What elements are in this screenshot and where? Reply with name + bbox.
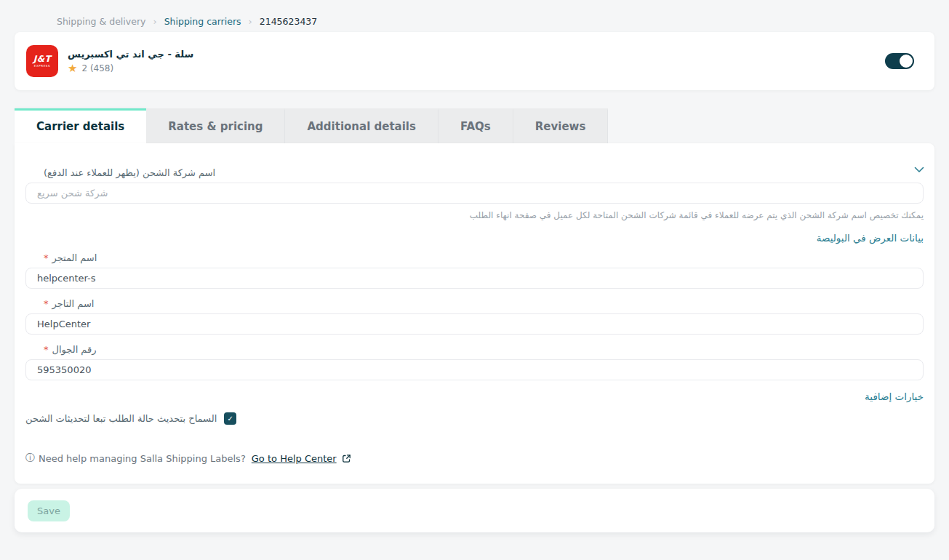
check-icon: ✓ bbox=[228, 415, 233, 423]
carrier-logo-subtext: EXPRESS bbox=[34, 65, 50, 68]
info-icon: ⓘ bbox=[25, 452, 35, 465]
carrier-details-panel: اسم شركة الشحن (يظهر للعملاء عند الدفع) … bbox=[15, 143, 934, 484]
merchant-name-input[interactable] bbox=[25, 313, 924, 335]
chevron-right-icon: › bbox=[249, 17, 252, 26]
tab-bar: Carrier details Rates & pricing Addition… bbox=[15, 108, 608, 143]
shipment-updates-checkbox[interactable]: ✓ bbox=[224, 412, 236, 425]
breadcrumb: Shipping & delivery › Shipping carriers … bbox=[15, 0, 934, 32]
chevron-right-icon: › bbox=[153, 17, 156, 26]
star-icon: ★ bbox=[68, 63, 77, 74]
shipment-updates-checkbox-label: السماح بتحديث حالة الطلب تبعا لتحديثات ا… bbox=[25, 413, 217, 424]
store-name-label: * اسم المتجر bbox=[44, 252, 924, 263]
required-asterisk: * bbox=[44, 298, 49, 309]
shipment-updates-option: السماح بتحديث حالة الطلب تبعا لتحديثات ا… bbox=[25, 412, 924, 425]
mobile-number-label: * رقم الجوال bbox=[44, 344, 924, 355]
carrier-name: سلة - جي اند تي اكسبريس bbox=[68, 49, 193, 60]
breadcrumb-carrier-id: 2145623437 bbox=[260, 16, 318, 27]
tab-faqs[interactable]: FAQs bbox=[439, 108, 513, 143]
help-footer: ⓘ Need help managing Salla Shipping Labe… bbox=[25, 452, 924, 465]
tab-additional-details[interactable]: Additional details bbox=[285, 108, 438, 143]
external-link-icon bbox=[342, 454, 351, 463]
help-footer-text: Need help managing Salla Shipping Labels… bbox=[39, 453, 246, 464]
merchant-name-label-text: اسم التاجر bbox=[52, 298, 95, 309]
tab-carrier-details[interactable]: Carrier details bbox=[15, 108, 146, 143]
store-name-input[interactable] bbox=[25, 268, 924, 289]
carrier-display-name-label: اسم شركة الشحن (يظهر للعملاء عند الدفع) bbox=[44, 143, 924, 178]
help-center-link[interactable]: Go to Help Center bbox=[252, 453, 337, 464]
action-bar: Save bbox=[15, 489, 934, 532]
mobile-number-label-text: رقم الجوال bbox=[52, 344, 97, 355]
toggle-knob bbox=[900, 55, 913, 68]
store-name-label-text: اسم المتجر bbox=[52, 252, 97, 263]
save-button[interactable]: Save bbox=[28, 500, 70, 521]
chevron-down-icon[interactable] bbox=[914, 162, 924, 176]
carrier-enabled-toggle[interactable] bbox=[885, 53, 914, 69]
breadcrumb-shipping-carriers[interactable]: Shipping carriers bbox=[164, 16, 241, 27]
carrier-info: سلة - جي اند تي اكسبريس ★ 2 (458) bbox=[68, 49, 193, 74]
carrier-rating: ★ 2 (458) bbox=[68, 63, 193, 74]
carrier-header-card: J&T EXPRESS سلة - جي اند تي اكسبريس ★ 2 … bbox=[15, 32, 934, 90]
tab-reviews[interactable]: Reviews bbox=[513, 108, 609, 143]
breadcrumb-shipping-delivery[interactable]: Shipping & delivery bbox=[57, 16, 145, 27]
merchant-name-label: * اسم التاجر bbox=[44, 298, 924, 309]
page: Shipping & delivery › Shipping carriers … bbox=[0, 0, 949, 560]
carrier-display-name-help: يمكنك تخصيص اسم شركة الشحن الذي يتم عرضه… bbox=[25, 210, 924, 220]
tab-rates-pricing[interactable]: Rates & pricing bbox=[146, 108, 285, 143]
mobile-number-input[interactable] bbox=[25, 359, 924, 380]
required-asterisk: * bbox=[44, 252, 49, 263]
carrier-logo: J&T EXPRESS bbox=[26, 45, 58, 77]
required-asterisk: * bbox=[44, 344, 49, 355]
carrier-display-name-input[interactable] bbox=[25, 183, 924, 204]
additional-options-section-title: خيارات إضافية bbox=[29, 391, 924, 402]
rating-text: 2 (458) bbox=[81, 63, 113, 73]
carrier-logo-text: J&T bbox=[33, 55, 52, 63]
waybill-section-title: بيانات العرض في البوليصة bbox=[29, 232, 924, 244]
carrier-display-name-label-text: اسم شركة الشحن (يظهر للعملاء عند الدفع) bbox=[44, 167, 215, 178]
